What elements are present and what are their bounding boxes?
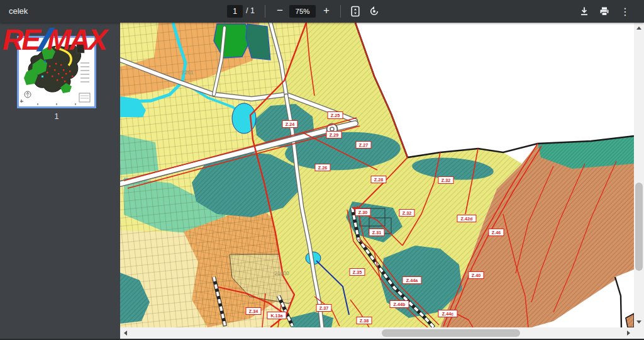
zone-label: Z.30: [355, 209, 370, 216]
plus-icon: +: [323, 4, 330, 17]
zone-label: K.13a: [267, 312, 286, 319]
zone-label: Z.25: [328, 112, 343, 119]
fit-to-page-icon: [350, 6, 360, 17]
zoning-map-page: 226121000 Z.24Z.25Z.29Z.27Z.26Z.28Z.32Z.…: [120, 23, 634, 327]
svg-text:Z.25: Z.25: [331, 113, 340, 118]
zone-label: Z.31: [369, 229, 384, 236]
vertical-scrollbar[interactable]: [634, 23, 644, 327]
zone-label: Z.44c: [438, 310, 457, 317]
horizontal-scrollbar-thumb[interactable]: [382, 329, 520, 337]
svg-text:Z.32: Z.32: [441, 178, 450, 183]
thumbnail-page-number: 1: [17, 112, 96, 121]
svg-text:Z.28: Z.28: [374, 177, 383, 183]
zone-label: Z.44b: [390, 301, 409, 308]
zoom-out-button[interactable]: −: [272, 4, 287, 19]
scroll-right-arrow[interactable]: [627, 331, 630, 336]
scroll-left-arrow[interactable]: [124, 331, 127, 336]
svg-text:Z.34: Z.34: [249, 309, 258, 314]
page-total-label: / 1: [246, 6, 255, 15]
horizontal-scrollbar[interactable]: [120, 327, 634, 339]
zone-label: Z.26: [315, 164, 330, 171]
svg-text:Z.44c: Z.44c: [442, 311, 453, 317]
rotate-counterclockwise-icon: [369, 6, 380, 17]
page-number-input[interactable]: 1: [227, 5, 243, 18]
remax-logo-re: RE: [3, 25, 39, 54]
svg-text:21000: 21000: [274, 270, 289, 276]
pdf-toolbar: celek 1 / 1 − 75% +: [0, 0, 644, 23]
thumbnail-sidebar: 1 RE/MAX: [0, 23, 120, 340]
download-button[interactable]: [577, 4, 592, 19]
toolbar-separator: [265, 5, 265, 18]
scroll-up-arrow[interactable]: [636, 26, 641, 30]
svg-text:Z.26: Z.26: [318, 165, 327, 171]
svg-text:Z.31: Z.31: [372, 230, 381, 235]
svg-text:Z.29: Z.29: [330, 132, 338, 138]
svg-text:Z.30: Z.30: [358, 210, 367, 215]
zone-label: Z.42d: [457, 215, 476, 222]
pdf-page-area[interactable]: 226121000 Z.24Z.25Z.29Z.27Z.26Z.28Z.32Z.…: [120, 23, 634, 327]
svg-text:Z.40: Z.40: [472, 273, 480, 278]
zone-label: Z.32: [399, 210, 414, 217]
svg-text:Z.27: Z.27: [359, 142, 368, 148]
download-icon: [579, 6, 589, 16]
zone-label: Z.37: [316, 305, 331, 312]
remax-logo-max: MAX: [47, 25, 106, 54]
remax-logo-slash: /: [38, 24, 48, 55]
remax-logo: RE/MAX: [3, 24, 106, 55]
print-icon: [599, 6, 609, 16]
pdf-viewer-app: celek 1 / 1 − 75% +: [0, 0, 644, 340]
zone-label: Z.38: [357, 317, 372, 324]
zone-label: Z.35: [350, 269, 365, 276]
minus-icon: −: [277, 4, 283, 17]
zoom-level-display: 75%: [289, 5, 316, 18]
more-options-icon: ⋮: [620, 6, 630, 18]
fit-to-page-button[interactable]: [348, 4, 363, 19]
svg-text:2261: 2261: [182, 69, 194, 76]
more-options-button[interactable]: ⋮: [618, 4, 633, 19]
svg-text:Z.35: Z.35: [353, 269, 362, 275]
svg-text:Z.32: Z.32: [402, 210, 411, 216]
zone-label: Z.28: [371, 176, 386, 183]
zone-label: Z.46: [489, 229, 504, 236]
zone-label: Z.32: [438, 177, 453, 184]
scrollbar-corner: [634, 327, 644, 339]
svg-text:Z.44b: Z.44b: [394, 302, 406, 307]
zone-label: Z.40: [469, 272, 484, 279]
rotate-button[interactable]: [367, 4, 382, 19]
zone-label: Z.34: [246, 308, 261, 315]
svg-text:Z.46: Z.46: [492, 230, 501, 235]
svg-text:Z.42d: Z.42d: [461, 216, 473, 222]
zone-label: Z.27: [356, 142, 371, 149]
svg-text:K.13a: K.13a: [270, 313, 283, 319]
svg-text:Z.44a: Z.44a: [406, 278, 418, 283]
document-title: celek: [9, 6, 28, 16]
zone-label: Z.24: [282, 121, 297, 128]
scroll-down-arrow[interactable]: [636, 320, 641, 324]
svg-text:Z.24: Z.24: [286, 122, 294, 127]
zoom-in-button[interactable]: +: [319, 4, 334, 19]
svg-text:Z.37: Z.37: [319, 305, 328, 311]
svg-text:Z.38: Z.38: [360, 318, 369, 324]
print-button[interactable]: [597, 4, 612, 19]
zone-label: Z.29: [326, 132, 341, 139]
vertical-scrollbar-thumb[interactable]: [635, 183, 643, 271]
zone-label: Z.44a: [402, 277, 421, 284]
toolbar-separator: [340, 5, 341, 18]
